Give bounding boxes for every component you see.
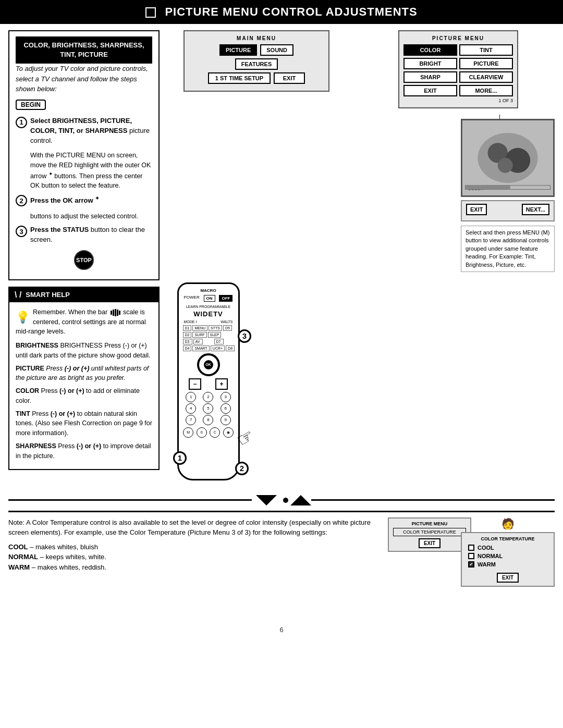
ct-inner-area: 🧑 COLOR TEMPERATURE COOL NORMAL ✓ WARM (461, 517, 555, 587)
ct-cool-checkbox (468, 545, 474, 551)
step-1-number: 1 (16, 117, 27, 128)
plus-btn[interactable]: + (215, 378, 227, 390)
d4-btn: D4 (183, 346, 192, 351)
badge-1: 1 (173, 451, 187, 465)
instructions-box: COLOR, BRIGHTNESS, SHARPNESS, TINT, PICT… (8, 30, 160, 280)
brand-label: WIDETV (182, 310, 235, 318)
main-menu-row3: 1 ST TIME SETUP EXIT (189, 72, 324, 84)
minus-btn[interactable]: − (189, 378, 201, 390)
num-3[interactable]: 3 (221, 392, 231, 402)
main-menu-screen: MAIN MENU PICTURE SOUND FEATURES 1 ST TI… (183, 30, 329, 92)
remote-body: MACRO POWER ON OFF LEARN PROGRAMMABLE WI… (177, 282, 240, 480)
svg-point-4 (498, 158, 513, 173)
divider-row (8, 495, 555, 505)
intro-text: To adjust your TV color and picture cont… (16, 64, 152, 94)
c-btn[interactable]: C (210, 427, 220, 438)
more-pm-btn: MORE... (459, 85, 513, 96)
ct-cool-label: COOL (478, 545, 494, 551)
divider-line2 (311, 499, 555, 501)
num-4[interactable]: 4 (186, 403, 196, 414)
smart-help-box: \ / SMART HELP 💡 Remember. When the bar … (8, 287, 160, 471)
step-3-number: 3 (16, 226, 27, 237)
food-image: COLOR (461, 119, 555, 197)
badge-3: 3 (238, 329, 251, 343)
num-8[interactable]: 8 (203, 415, 213, 425)
num-7[interactable]: 7 (186, 415, 196, 425)
ct-normal-checkbox (468, 553, 474, 559)
num-2[interactable]: 2 (203, 392, 213, 402)
num-5[interactable]: 5 (203, 403, 213, 414)
av-btn: AV (193, 339, 203, 344)
surf-row: D2 SURF SLEP (183, 332, 234, 338)
picture-btn: PICTURE (219, 44, 257, 56)
warm-line: WARM – makes whites, reddish. (8, 562, 377, 573)
ct-normal-label: NORMAL (478, 553, 503, 559)
color-nav-screen: EXIT NEXT... (461, 200, 555, 221)
divider-dot (283, 498, 288, 503)
ok-center: OK (204, 360, 213, 369)
smart-help-header: \ / SMART HELP (9, 288, 158, 302)
numpad: 1 2 3 4 5 6 7 8 9 (183, 392, 234, 425)
step-2-number: 2 (16, 195, 27, 206)
0-btn[interactable]: 0 (197, 427, 207, 438)
power-row: POWER ON OFF (182, 295, 235, 302)
page-title-bar: PICTURE MENU CONTROL ADJUSTMENTS (0, 0, 563, 24)
section-header: COLOR, BRIGHTNESS, SHARPNESS, TINT, PICT… (16, 36, 152, 64)
ct-warm-checkbox: ✓ (468, 561, 474, 567)
1st-time-setup-btn: 1 ST TIME SETUP (208, 72, 271, 84)
walts-label: WALTS (221, 320, 232, 324)
exit-color-btn: EXIT (466, 204, 487, 215)
step-3-content: Press the STATUS button to clear the scr… (30, 225, 152, 245)
screens-row: MAIN MENU PICTURE SOUND FEATURES 1 ST TI… (168, 30, 555, 272)
controls-descriptions: BRIGHTNESS BRIGHTNESS Press (-) or (+) u… (16, 341, 152, 461)
svg-rect-7 (465, 186, 510, 190)
color-exit-screen: EXIT NEXT... (461, 200, 555, 221)
page-title: PICTURE MENU CONTROL ADJUSTMENTS (165, 5, 417, 18)
bulb-icon: 💡 (16, 309, 30, 326)
num-1[interactable]: 1 (186, 392, 196, 402)
normal-line: NORMAL – keeps whites, white. (8, 552, 377, 562)
ct-inner-screen: COLOR TEMPERATURE COOL NORMAL ✓ WARM (461, 532, 555, 587)
of-label: 1 OF 3 (403, 98, 513, 103)
m-btn[interactable]: M (183, 427, 193, 438)
surf-btn: SURF (192, 332, 206, 338)
stop-label: STOP (76, 257, 92, 263)
mode-label: MODE I (184, 320, 197, 324)
side-note-text: Select and then press MENU (M) button to… (466, 229, 549, 268)
tint-pm-btn: TINT (459, 44, 513, 56)
next-color-btn: NEXT... (522, 204, 549, 215)
num-6[interactable]: 6 (221, 403, 231, 414)
cool-line: COOL – makes whites, bluish (8, 542, 377, 552)
picture-pm-btn: PICTURE (459, 58, 513, 69)
num-9[interactable]: 9 (221, 415, 231, 425)
step-3: 3 Press the STATUS button to clear the s… (16, 225, 152, 245)
slep-btn: SLEP (208, 332, 222, 338)
ct-outer-screen: PICTURE MENU COLOR TEMPERATURE EXIT (388, 517, 471, 552)
step-2-content: Press the OK arrow ✦ (30, 194, 100, 206)
brightness-label: BRIGHTNESS (16, 342, 58, 349)
features-btn: FEATURES (235, 58, 278, 70)
food-svg: COLOR (462, 120, 553, 195)
smart-help-text: Remember. When the bar (33, 309, 107, 316)
ct-inner-exit-row: EXIT (466, 573, 549, 583)
extra-btn[interactable]: ◉ (223, 427, 234, 438)
step-2: 2 Press the OK arrow ✦ (16, 194, 152, 206)
sharp-pm-btn: SHARP (403, 71, 457, 83)
bottom-note-text: Note: A Color Temperature control is als… (8, 517, 377, 622)
food-tv-image: COLOR (461, 119, 555, 197)
divider-line (8, 499, 252, 501)
ct-outer-exit-row: EXIT (393, 538, 466, 548)
warm-label: WARM (8, 563, 30, 571)
color-temp-screens-area: PICTURE MENU COLOR TEMPERATURE EXIT → 🧑 … (388, 517, 555, 622)
cool-label: COOL (8, 543, 28, 551)
smart-help-title: SMART HELP (26, 291, 70, 299)
title-square-icon (145, 7, 156, 18)
exit-next-row: EXIT NEXT... (466, 204, 549, 215)
badge-2: 2 (235, 462, 249, 475)
color-label: COLOR (16, 387, 39, 394)
ct-warm-label: WARM (478, 561, 496, 567)
picture-menu-area: PICTURE MENU COLOR TINT BRIGHT PICTURE S… (398, 30, 555, 272)
divider-triangle (256, 495, 277, 505)
stop-circle: STOP (74, 250, 94, 270)
ct-screens-container: PICTURE MENU COLOR TEMPERATURE EXIT → 🧑 … (388, 517, 555, 622)
